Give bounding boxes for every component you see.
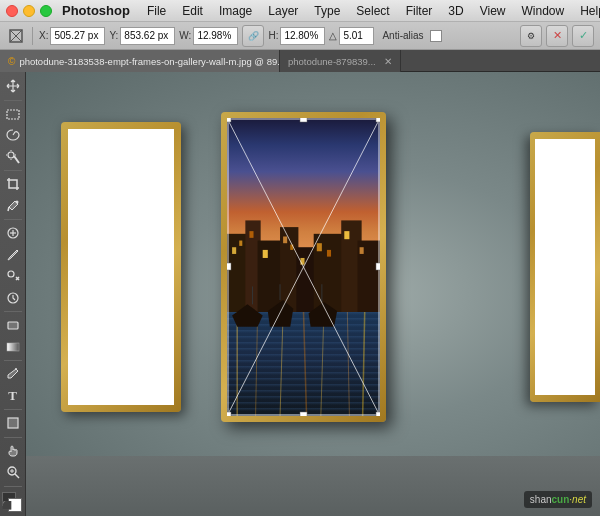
frame-right-inner (535, 139, 595, 395)
angle-input[interactable] (339, 27, 374, 45)
tool-select-rect[interactable] (2, 103, 24, 124)
svg-rect-41 (327, 250, 331, 257)
menu-3d[interactable]: 3D (441, 2, 470, 20)
tool-crop[interactable] (2, 174, 24, 195)
w-field: W: (179, 27, 238, 45)
tool-eyedropper[interactable] (2, 196, 24, 217)
transform-options-button[interactable]: ⚙ (520, 25, 542, 47)
tool-separator-1 (4, 100, 22, 101)
menu-layer[interactable]: Layer (261, 2, 305, 20)
svg-line-50 (363, 312, 365, 416)
svg-rect-17 (8, 322, 18, 329)
floor (26, 456, 600, 516)
tool-zoom[interactable] (2, 462, 24, 483)
frame-center[interactable] (221, 112, 386, 422)
svg-rect-20 (8, 418, 18, 428)
svg-line-22 (15, 474, 19, 478)
tool-hand[interactable] (2, 441, 24, 462)
tool-pen[interactable] (2, 364, 24, 385)
menu-view[interactable]: View (473, 2, 513, 20)
menu-file[interactable]: File (140, 2, 173, 20)
venice-water (227, 312, 380, 416)
watermark: shancun·net (524, 491, 592, 508)
tool-shape[interactable] (2, 413, 24, 434)
frame-left-inner (68, 129, 174, 405)
tool-separator-2 (4, 170, 22, 171)
maximize-button[interactable] (40, 5, 52, 17)
tool-move[interactable] (2, 76, 24, 97)
boats (227, 282, 380, 327)
angle-label: △ (329, 30, 337, 41)
menu-edit[interactable]: Edit (175, 2, 210, 20)
svg-point-5 (8, 152, 14, 158)
svg-rect-36 (263, 250, 268, 258)
menu-window[interactable]: Window (515, 2, 572, 20)
menu-type[interactable]: Type (307, 2, 347, 20)
tool-clone[interactable] (2, 266, 24, 287)
tab-main[interactable]: © photodune-3183538-empt-frames-on-galle… (0, 50, 280, 72)
venice-photo (227, 118, 380, 416)
anti-alias-checkbox[interactable] (430, 30, 442, 42)
tool-separator-3 (4, 219, 22, 220)
options-bar: X: Y: W: 🔗 H: △ Anti-alias ⚙ ✕ ✓ (0, 22, 600, 50)
svg-rect-39 (300, 258, 304, 265)
close-button[interactable] (6, 5, 18, 17)
svg-rect-35 (249, 232, 253, 239)
menu-image[interactable]: Image (212, 2, 259, 20)
tool-type[interactable]: T (2, 386, 24, 407)
menu-help[interactable]: Help (573, 2, 600, 20)
svg-line-47 (304, 312, 307, 416)
tab-secondary-close[interactable]: ✕ (384, 56, 392, 67)
x-input[interactable] (50, 27, 105, 45)
frame-left (61, 122, 181, 412)
tool-separator-7 (4, 437, 22, 438)
tool-separator-4 (4, 311, 22, 312)
menu-select[interactable]: Select (349, 2, 396, 20)
tool-gradient[interactable] (2, 337, 24, 358)
angle-field: △ (329, 27, 374, 45)
tab-secondary[interactable]: photodune-879839... ✕ (280, 50, 401, 72)
x-field: X: (39, 27, 105, 45)
tool-brush[interactable] (2, 245, 24, 266)
svg-rect-37 (283, 237, 287, 244)
tool-separator-8 (4, 486, 22, 487)
modified-indicator: © (8, 56, 15, 67)
tool-lasso[interactable] (2, 125, 24, 146)
frame-center-inner (227, 118, 380, 416)
svg-line-49 (347, 312, 349, 416)
w-label: W: (179, 30, 191, 41)
svg-rect-18 (7, 343, 19, 351)
separator-1 (32, 27, 33, 45)
tool-healing[interactable] (2, 223, 24, 244)
svg-line-45 (256, 312, 258, 416)
svg-line-46 (280, 312, 283, 416)
tool-history[interactable] (2, 288, 24, 309)
main-layout: T ⬛ (0, 72, 600, 516)
tool-magic-wand[interactable] (2, 147, 24, 168)
svg-line-10 (8, 207, 9, 211)
tool-eraser[interactable] (2, 315, 24, 336)
y-input[interactable] (120, 27, 175, 45)
color-picker[interactable]: ⬛ (2, 492, 24, 513)
app-name: Photoshop (62, 3, 130, 18)
svg-line-48 (321, 312, 324, 416)
minimize-button[interactable] (23, 5, 35, 17)
tab-secondary-label: photodune-879839... (288, 56, 376, 67)
menu-filter[interactable]: Filter (399, 2, 440, 20)
x-label: X: (39, 30, 48, 41)
frame-right (530, 132, 600, 402)
svg-rect-40 (317, 244, 322, 252)
tab-main-label: photodune-3183538-empt-frames-on-gallery… (19, 56, 280, 67)
tool-separator-5 (4, 360, 22, 361)
svg-rect-33 (232, 248, 236, 255)
cancel-transform-button[interactable]: ✕ (546, 25, 568, 47)
confirm-transform-button[interactable]: ✓ (572, 25, 594, 47)
watermark-brand: cun (552, 494, 570, 505)
h-input[interactable] (280, 27, 325, 45)
watermark-net: net (572, 494, 586, 505)
w-input[interactable] (193, 27, 238, 45)
canvas-area[interactable]: shancun·net (26, 72, 600, 516)
svg-point-15 (8, 271, 14, 277)
link-aspect-button[interactable]: 🔗 (242, 25, 264, 47)
h-label: H: (268, 30, 278, 41)
